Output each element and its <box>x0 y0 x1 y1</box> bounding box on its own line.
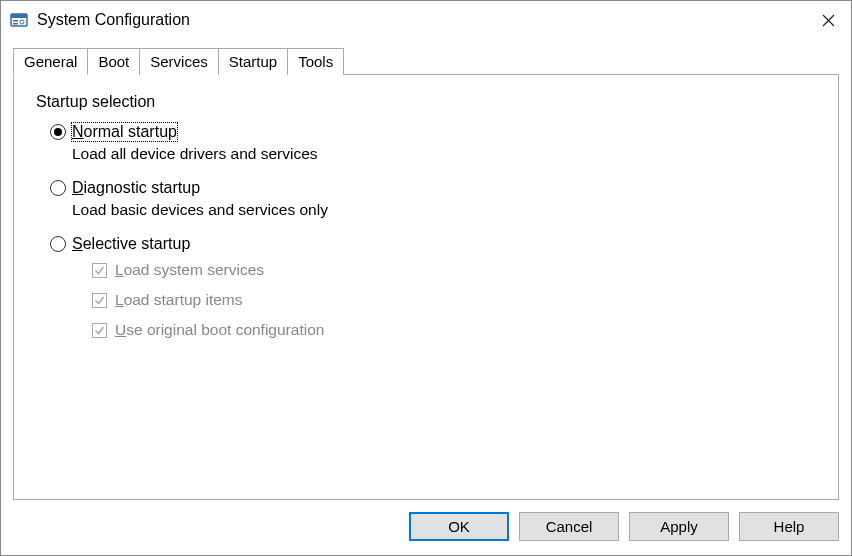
desc-normal-startup: Load all device drivers and services <box>72 145 816 163</box>
desc-diagnostic-startup: Load basic devices and services only <box>72 201 816 219</box>
option-selective-startup: Selective startup <box>50 235 816 253</box>
group-label-startup-selection: Startup selection <box>36 93 816 111</box>
window-title: System Configuration <box>37 11 805 29</box>
tab-startup[interactable]: Startup <box>218 48 288 75</box>
dialog-buttons: OK Cancel Apply Help <box>1 500 851 555</box>
tab-boot[interactable]: Boot <box>87 48 140 75</box>
radio-selective-startup[interactable] <box>50 236 66 252</box>
tab-tools[interactable]: Tools <box>287 48 344 75</box>
radio-diagnostic-startup[interactable] <box>50 180 66 196</box>
svg-rect-1 <box>11 14 27 18</box>
radio-label-diagnostic-startup[interactable]: Diagnostic startup <box>72 179 200 197</box>
tab-panel-general: Startup selection Normal startup Load al… <box>13 74 839 500</box>
cancel-button[interactable]: Cancel <box>519 512 619 541</box>
label-load-startup-items: Load startup items <box>115 291 243 309</box>
selective-sub-options: Load system services Load startup items … <box>92 261 816 339</box>
checkbox-use-original-boot <box>92 323 107 338</box>
radio-normal-startup[interactable] <box>50 124 66 140</box>
sub-load-startup-items: Load startup items <box>92 291 816 309</box>
radio-label-normal-startup[interactable]: Normal startup <box>72 123 177 141</box>
tab-general[interactable]: General <box>13 48 88 75</box>
label-use-original-boot: Use original boot configuration <box>115 321 324 339</box>
sub-load-system-services: Load system services <box>92 261 816 279</box>
app-icon <box>9 10 29 30</box>
close-button[interactable] <box>805 1 851 39</box>
tab-bar: General Boot Services Startup Tools <box>13 48 839 75</box>
label-load-system-services: Load system services <box>115 261 264 279</box>
content-area: General Boot Services Startup Tools Star… <box>1 39 851 500</box>
checkbox-load-system-services <box>92 263 107 278</box>
option-diagnostic-startup: Diagnostic startup Load basic devices an… <box>50 179 816 219</box>
svg-rect-3 <box>13 23 18 25</box>
checkbox-load-startup-items <box>92 293 107 308</box>
radio-label-selective-startup[interactable]: Selective startup <box>72 235 190 253</box>
svg-rect-2 <box>13 20 18 22</box>
option-normal-startup: Normal startup Load all device drivers a… <box>50 123 816 163</box>
sub-use-original-boot: Use original boot configuration <box>92 321 816 339</box>
title-bar: System Configuration <box>1 1 851 39</box>
ok-button[interactable]: OK <box>409 512 509 541</box>
help-button[interactable]: Help <box>739 512 839 541</box>
apply-button[interactable]: Apply <box>629 512 729 541</box>
tab-services[interactable]: Services <box>139 48 219 75</box>
